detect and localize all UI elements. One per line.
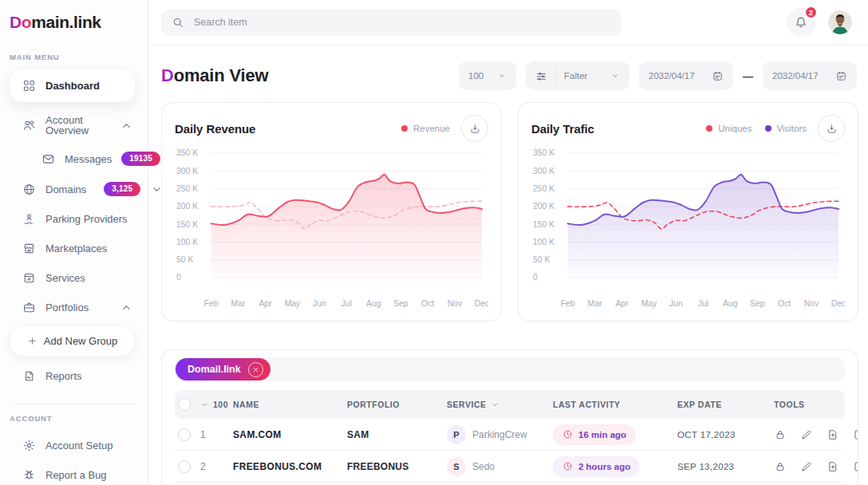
search-input[interactable] bbox=[192, 16, 611, 29]
lock-button[interactable] bbox=[774, 460, 787, 473]
lock-icon bbox=[774, 428, 787, 441]
svg-text:150 K: 150 K bbox=[533, 220, 554, 229]
last-activity-cell: 16 min ago bbox=[553, 424, 677, 445]
page-header: Domain View 100 Falter 2032/04/17 bbox=[161, 61, 858, 90]
svg-text:300 K: 300 K bbox=[176, 167, 198, 175]
row-tools bbox=[774, 428, 858, 441]
add-note-button[interactable] bbox=[853, 428, 858, 441]
sidebar-item-account-setup[interactable]: Account Setup bbox=[0, 431, 148, 460]
chevron-down-icon bbox=[497, 71, 507, 81]
page-title-gradient-part: D bbox=[161, 65, 174, 85]
date-to-value: 2032/04/17 bbox=[772, 71, 819, 81]
sidebar-item-portfolios[interactable]: Portfolios bbox=[0, 293, 148, 322]
sidebar-item-account-overview[interactable]: Account Overview bbox=[0, 107, 148, 144]
svg-text:Jul: Jul bbox=[698, 299, 708, 308]
clock-icon bbox=[562, 429, 573, 440]
date-to-picker[interactable]: 2032/04/17 bbox=[763, 61, 857, 90]
chevron-down-icon bbox=[610, 71, 620, 81]
row-index: 1 bbox=[200, 429, 233, 440]
table-header-row: 100 NAME PORTFOLIO SERVICE LAST ACTIVITY… bbox=[175, 390, 845, 419]
svg-text:Jul: Jul bbox=[341, 299, 352, 308]
page-size-select[interactable]: 100 bbox=[459, 61, 516, 90]
lock-button[interactable] bbox=[774, 428, 787, 441]
row-index: 2 bbox=[200, 461, 233, 472]
svg-text:Mar: Mar bbox=[231, 299, 246, 308]
sidebar-item-label: Report a Bug bbox=[45, 470, 107, 480]
sidebar-item-marketplaces[interactable]: Marketplaces bbox=[0, 234, 148, 263]
notifications-button[interactable]: 2 bbox=[787, 8, 815, 37]
chart-legend: Revenue bbox=[401, 124, 450, 133]
svg-text:Feb: Feb bbox=[204, 299, 219, 308]
edit-button[interactable] bbox=[800, 460, 813, 473]
export-file-button[interactable] bbox=[827, 428, 839, 441]
row-checkbox[interactable] bbox=[178, 460, 191, 473]
filter-chip-domail-link[interactable]: Domail.link bbox=[176, 358, 270, 381]
legend-dot bbox=[706, 125, 712, 132]
svg-text:Feb: Feb bbox=[561, 299, 575, 308]
brand-logo: Domain.link bbox=[0, 11, 148, 46]
sidebar-item-label: Marketplaces bbox=[45, 243, 107, 254]
svg-text:50 K: 50 K bbox=[176, 255, 193, 264]
sliders-icon bbox=[535, 70, 547, 82]
service-cell: P ParkingCrew bbox=[447, 425, 553, 444]
user-avatar[interactable] bbox=[828, 10, 852, 34]
last-activity-cell: 2 hours ago bbox=[553, 456, 677, 477]
column-count[interactable]: 100 bbox=[200, 400, 233, 409]
search-box[interactable] bbox=[161, 10, 621, 36]
topbar-right: 2 bbox=[787, 8, 852, 37]
sidebar-divider bbox=[13, 404, 135, 404]
last-activity-text: 2 hours ago bbox=[578, 462, 630, 471]
remove-filter-icon[interactable] bbox=[248, 362, 263, 377]
column-service[interactable]: SERVICE bbox=[447, 400, 553, 409]
service-cell: S Sedo bbox=[447, 457, 553, 476]
calendar-icon bbox=[835, 70, 847, 82]
date-from-picker[interactable]: 2032/04/17 bbox=[639, 61, 733, 90]
add-new-group-button[interactable]: Add New Group bbox=[10, 325, 135, 357]
messages-count-badge: 19135 bbox=[121, 152, 160, 166]
download-chart-button[interactable] bbox=[461, 115, 488, 142]
sidebar-item-report-a-bug[interactable]: Report a Bug bbox=[0, 460, 148, 485]
page-title: Domain View bbox=[161, 65, 268, 86]
column-name: NAME bbox=[233, 400, 347, 409]
brand-logo-gradient-part: Do bbox=[10, 13, 31, 31]
legend-label: Revenue bbox=[413, 124, 450, 133]
charts-row: Daily Revenue Revenue 350 K300 K250 K200… bbox=[161, 102, 858, 321]
add-new-group-label: Add New Group bbox=[44, 335, 118, 347]
sidebar-item-parking-providers[interactable]: Parking Providers bbox=[0, 204, 148, 234]
legend-label: Uniques bbox=[718, 124, 752, 133]
legend-item-revenue: Revenue bbox=[401, 124, 450, 133]
sidebar-section-main-menu: MAIN MENU bbox=[0, 46, 148, 69]
download-chart-button[interactable] bbox=[818, 115, 845, 142]
row-checkbox[interactable] bbox=[178, 428, 191, 441]
clock-icon bbox=[562, 461, 573, 471]
close-icon bbox=[252, 366, 259, 373]
svg-text:Apr: Apr bbox=[258, 299, 272, 308]
search-icon bbox=[172, 16, 184, 29]
domain-name: FREEBONUS.COM bbox=[233, 461, 347, 472]
export-file-button[interactable] bbox=[827, 460, 839, 473]
legend-item-uniques: Uniques bbox=[706, 124, 752, 133]
sidebar-item-reports[interactable]: Reports bbox=[0, 361, 148, 391]
sidebar-item-services[interactable]: Services bbox=[0, 263, 148, 293]
sidebar-item-dashboard[interactable]: Dashboard bbox=[10, 69, 135, 102]
column-portfolio: PORTFOLIO bbox=[347, 400, 447, 409]
last-activity-badge: 16 min ago bbox=[553, 424, 636, 445]
column-service-label: SERVICE bbox=[447, 400, 487, 409]
sidebar-item-messages[interactable]: Messages 19135 bbox=[0, 144, 148, 174]
sidebar-item-domains[interactable]: Domains 3,125 bbox=[0, 174, 148, 204]
svg-text:Apr: Apr bbox=[615, 299, 629, 308]
legend-label: Visitors bbox=[777, 124, 807, 133]
sidebar-item-label: Portfolios bbox=[45, 302, 89, 313]
filter-select[interactable]: Falter bbox=[526, 61, 629, 90]
download-icon bbox=[826, 123, 838, 135]
domains-count-badge: 3,125 bbox=[104, 182, 140, 196]
edit-button[interactable] bbox=[800, 428, 813, 441]
svg-text:Sep: Sep bbox=[393, 299, 408, 308]
svg-text:350 K: 350 K bbox=[533, 148, 554, 157]
topbar: 2 bbox=[148, 0, 868, 45]
select-all-checkbox[interactable] bbox=[178, 398, 191, 411]
svg-text:Nov: Nov bbox=[804, 299, 819, 308]
chart-header: Daily Trafic Uniques Visitors bbox=[531, 115, 845, 142]
svg-text:250 K: 250 K bbox=[533, 184, 554, 193]
add-note-button[interactable] bbox=[853, 460, 858, 473]
